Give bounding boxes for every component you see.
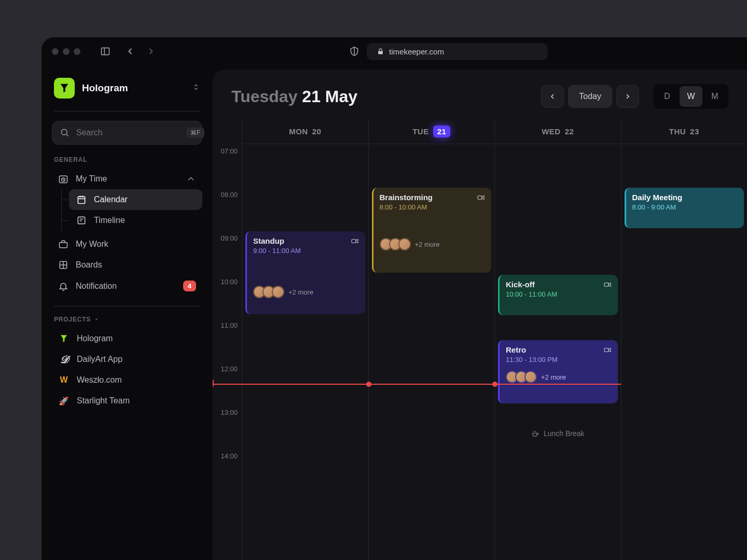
time-label: 13:00	[213, 409, 242, 452]
divider	[54, 306, 200, 306]
search-box[interactable]: ⌘F	[52, 121, 202, 145]
svg-marker-25	[608, 283, 611, 286]
app-window: timekeeper.com Hologram ⌘F GENERAL	[42, 37, 747, 560]
nav-calendar[interactable]: Calendar	[69, 189, 202, 210]
event-retro[interactable]: Retro 11:30 - 13:00 PM +2 more	[498, 340, 618, 403]
video-icon	[351, 237, 359, 245]
time-label: 10:00	[213, 278, 242, 321]
event-time: 10:00 - 11:00 AM	[506, 290, 612, 298]
traffic-lights	[52, 48, 80, 55]
grid-icon	[58, 260, 68, 270]
sidebar-toggle-icon[interactable]	[100, 46, 110, 57]
day-column-thu[interactable]: THU 23 Daily Meeting 8:00 - 9:00 AM	[621, 119, 748, 560]
coffee-icon	[531, 429, 540, 438]
nav-label: My Time	[76, 174, 107, 184]
event-time: 8:00 - 10:00 AM	[380, 203, 486, 211]
nav-notification[interactable]: Notification 4	[52, 275, 202, 297]
day-header: WED 22	[495, 119, 621, 144]
url-text: timekeeper.com	[389, 47, 444, 56]
sidebar: Hologram ⌘F GENERAL My Time Cal	[42, 65, 213, 560]
project-icon: 🚀	[58, 395, 70, 407]
time-label: 09:00	[213, 234, 242, 278]
now-indicator	[369, 384, 495, 385]
project-starlight[interactable]: 🚀 Starlight Team	[52, 390, 202, 411]
page-title: Tuesday 21 May	[231, 87, 357, 106]
view-day-button[interactable]: D	[656, 86, 679, 107]
day-header: THU 23	[621, 119, 748, 144]
url-bar[interactable]: timekeeper.com	[367, 43, 548, 60]
nav-my-work[interactable]: My Work	[52, 234, 202, 255]
day-name: Tuesday	[231, 87, 297, 106]
day-column-tue[interactable]: TUE 21 Brainstorming 8:00 - 10:00 AM	[368, 119, 495, 560]
event-time: 9:00 - 11:00 AM	[253, 247, 359, 255]
nav-boards[interactable]: Boards	[52, 255, 202, 275]
now-indicator: 12:30PM	[213, 384, 368, 385]
avatar	[524, 371, 537, 383]
view-week-button[interactable]: W	[680, 86, 702, 107]
event-title: Brainstorming	[380, 193, 433, 202]
briefcase-icon	[58, 239, 68, 249]
day-column-mon[interactable]: MON 20 Standup 9:00 - 11:00 AM	[242, 119, 368, 560]
lunch-break-label: Lunch Break	[531, 429, 585, 438]
next-button[interactable]	[616, 85, 639, 108]
project-weszlo[interactable]: W Weszło.com	[52, 370, 202, 390]
svg-rect-24	[604, 283, 608, 286]
time-column: 07:00 08:00 09:00 10:00 11:00 12:00 13:0…	[213, 119, 242, 560]
chevron-left-icon	[548, 92, 557, 101]
svg-rect-20	[352, 239, 356, 243]
project-hologram[interactable]: Hologram	[52, 328, 202, 349]
browser-titlebar: timekeeper.com	[42, 37, 747, 65]
video-icon	[603, 346, 612, 354]
event-kickoff[interactable]: Kick-off 10:00 - 11:00 AM	[498, 275, 618, 315]
day-column-wed[interactable]: WED 22 Kick-off 10:00 - 11:00 AM	[494, 119, 621, 560]
nav-label: Timeline	[94, 216, 125, 225]
project-icon: 𝒟	[58, 354, 70, 365]
event-more: +2 more	[541, 373, 566, 381]
maximize-window-button[interactable]	[74, 48, 80, 55]
workspace-switcher[interactable]: Hologram	[52, 78, 202, 99]
project-dailyart[interactable]: 𝒟 DailyArt App	[52, 349, 202, 370]
svg-rect-26	[604, 348, 608, 352]
event-standup[interactable]: Standup 9:00 - 11:00 AM +2 more	[245, 231, 365, 314]
close-window-button[interactable]	[52, 48, 59, 55]
browser-forward-button[interactable]	[146, 46, 156, 57]
date-text: 21 May	[302, 87, 357, 106]
svg-line-4	[66, 134, 68, 136]
calendar-icon	[76, 194, 87, 205]
today-button[interactable]: Today	[568, 85, 612, 108]
event-time: 11:30 - 13:00 PM	[506, 356, 612, 363]
view-month-button[interactable]: M	[703, 86, 726, 107]
chevron-right-icon	[624, 92, 632, 101]
calendar-grid: 07:00 08:00 09:00 10:00 11:00 12:00 13:0…	[213, 119, 747, 560]
nav-my-time[interactable]: My Time	[52, 169, 202, 189]
avatar	[272, 286, 284, 298]
svg-rect-0	[102, 48, 109, 54]
svg-line-8	[63, 180, 64, 180]
event-title: Standup	[253, 236, 284, 245]
time-label: 08:00	[213, 191, 242, 234]
time-label: 07:00	[213, 147, 242, 191]
project-name: Hologram	[77, 334, 113, 343]
project-name: Starlight Team	[77, 396, 130, 405]
event-daily-meeting[interactable]: Daily Meeting 8:00 - 9:00 AM	[625, 188, 744, 228]
chevron-up-icon	[186, 174, 196, 184]
nav-label: My Work	[76, 240, 108, 249]
nav-label: Notification	[76, 282, 117, 291]
section-projects-label[interactable]: PROJECTS	[52, 316, 202, 323]
main-header: Tuesday 21 May Today D W M	[213, 69, 747, 119]
time-label: 11:00	[213, 321, 242, 365]
nav-timeline[interactable]: Timeline	[69, 210, 202, 231]
selector-icon	[192, 83, 200, 93]
now-time-label: 12:30PM	[213, 379, 214, 388]
shield-icon[interactable]	[349, 46, 359, 57]
minimize-window-button[interactable]	[63, 48, 70, 55]
clock-calendar-icon	[58, 174, 68, 184]
timeline-icon	[76, 215, 87, 226]
search-input[interactable]	[76, 128, 180, 137]
prev-button[interactable]	[541, 85, 564, 108]
browser-back-button[interactable]	[125, 46, 135, 57]
notification-badge: 4	[183, 281, 196, 291]
section-general-label: GENERAL	[52, 156, 202, 163]
event-brainstorming[interactable]: Brainstorming 8:00 - 10:00 AM +2 more	[372, 188, 492, 273]
time-label: 12:00	[213, 365, 242, 409]
